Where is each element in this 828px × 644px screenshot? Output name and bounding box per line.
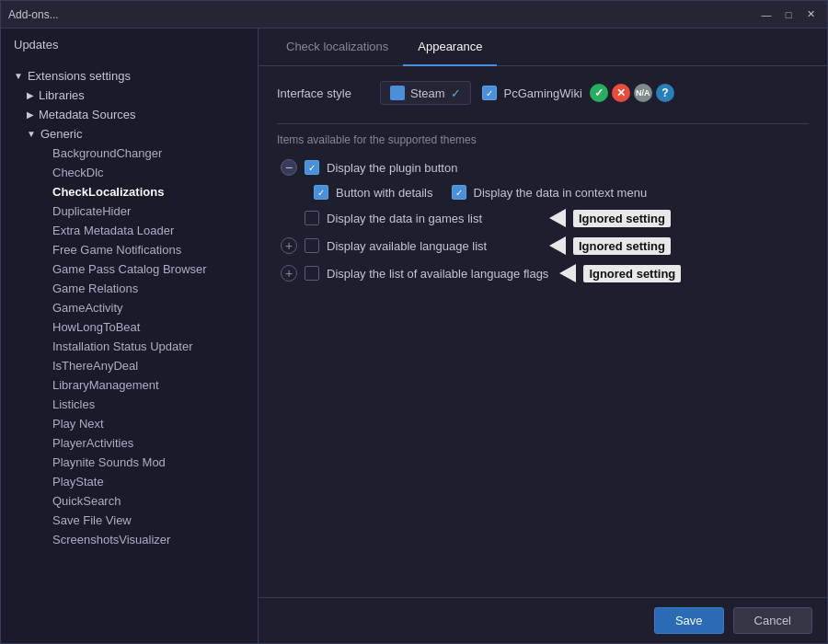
libraries-header[interactable]: ▶ Libraries [27,86,245,105]
generic-arrow-icon: ▼ [27,129,36,139]
metadata-arrow-icon: ▶ [27,109,34,120]
checkbox-games-list[interactable] [305,211,319,225]
button-details-option: ✓ Button with details [314,185,433,200]
pcgw-icon-na: N/A [634,84,652,102]
button-details-label: Button with details [336,186,433,200]
language-flags-option: + Display the list of available language… [281,265,548,282]
sidebar-item-checkdlc[interactable]: CheckDlc [40,163,245,182]
sidebar-item-gamepass[interactable]: Game Pass Catalog Browser [40,259,245,279]
sidebar-item-howlongtobeat[interactable]: HowLongToBeat [40,317,245,337]
sidebar-item-gamerelations[interactable]: Game Relations [40,279,245,298]
pcgw-icon-green: ✓ [590,84,608,102]
expand-button-language[interactable]: + [281,237,297,254]
checkbox-language-flags[interactable] [305,266,319,281]
arrow-shape-3 [559,264,576,282]
language-list-row: + Display available language list Ignore… [277,236,809,255]
interface-style-row: Interface style Steam ✓ ✓ PcGamingWiki ✓… [277,81,809,105]
section-title: Items available for the supported themes [277,133,809,146]
ignored-text-2: Ignored setting [573,237,671,255]
sidebar-item-listicles[interactable]: Listicles [40,395,245,414]
sidebar-item-playnext[interactable]: Play Next [40,414,245,433]
pcgw-icon-red: ✕ [612,84,630,102]
arrow-icon-language-list [549,236,566,255]
section-divider: Items available for the supported themes [277,123,809,146]
generic-label: Generic [40,127,83,141]
main-panel: Check localizations Appearance Interface… [259,29,827,643]
sidebar-item-playeractivities[interactable]: PlayerActivities [40,433,245,453]
extensions-header-label: Extensions settings [28,69,131,83]
arrow-shape-2 [549,236,566,255]
tab-bar: Check localizations Appearance [259,29,827,66]
games-list-row: Display the data in games list Ignored s… [277,209,809,227]
minimize-button[interactable]: — [757,6,776,23]
checkbox-plugin-button[interactable]: ✓ [305,160,319,175]
steam-color-swatch [390,86,405,100]
maximize-button[interactable]: □ [779,6,798,23]
metadata-header[interactable]: ▶ Metadata Sources [27,105,245,124]
games-list-label: Display the data in games list [327,212,482,225]
sidebar-item-updates[interactable]: Updates [1,29,258,61]
sidebar-item-librarymanagement[interactable]: LibraryManagement [40,375,245,395]
tab-check-localizations[interactable]: Check localizations [271,29,403,66]
two-col-options: ✓ Button with details ✓ Display the data… [314,185,647,200]
sidebar-item-quicksearch[interactable]: QuickSearch [40,491,245,511]
cancel-button[interactable]: Cancel [733,607,812,634]
arrow-shape-1 [549,209,566,227]
ignored-arrow-language-list: Ignored setting [549,236,671,255]
steam-style-option[interactable]: Steam ✓ [380,81,471,105]
ignored-arrow-games-list: Ignored setting [549,209,671,227]
expand-button-flags[interactable]: + [281,265,297,282]
generic-header[interactable]: ▼ Generic [27,124,245,144]
pcgw-icons: ✓ ✕ N/A ? [590,84,674,102]
plugin-button-label: Display the plugin button [327,161,457,175]
libraries-subsection: ▶ Libraries ▶ Metadata Sources ▼ Generic… [14,86,245,549]
content-area: Updates ▼ Extensions settings ▶ Librarie… [1,29,827,643]
plugin-button-row: − ✓ Display the plugin button [277,159,809,176]
pcgw-checkbox[interactable]: ✓ [482,86,497,100]
window-controls: — □ ✕ [757,6,820,23]
sidebar-item-duplicatehider[interactable]: DuplicateHider [40,201,245,221]
close-button[interactable]: ✕ [801,6,820,23]
sidebar-item-playnite-sounds[interactable]: Playnite Sounds Mod [40,453,245,472]
sub-options-row: ✓ Button with details ✓ Display the data… [277,185,809,200]
sidebar-item-isthereany[interactable]: IsThereAnyDeal [40,356,245,375]
metadata-label: Metadata Sources [39,108,136,121]
save-button[interactable]: Save [654,607,724,634]
sidebar-item-savefileview[interactable]: Save File View [40,511,245,530]
sidebar-item-freegame[interactable]: Free Game Notifications [40,240,245,259]
steam-label: Steam [410,86,445,100]
sidebar-item-gameactivity[interactable]: GameActivity [40,298,245,317]
checkbox-button-details[interactable]: ✓ [314,185,328,200]
extensions-header[interactable]: ▼ Extensions settings [14,66,245,86]
generic-items: BackgroundChanger CheckDlc CheckLocaliza… [27,144,245,549]
sidebar-item-playstate[interactable]: PlayState [40,472,245,491]
tab-appearance[interactable]: Appearance [403,29,497,66]
window-title: Add-ons... [8,8,59,21]
sidebar-item-checklocalizations[interactable]: CheckLocalizations [40,182,245,201]
pcgw-option: ✓ PcGamingWiki ✓ ✕ N/A ? [482,84,674,102]
sidebar-item-backgroundchanger[interactable]: BackgroundChanger [40,144,245,163]
panel-content: Interface style Steam ✓ ✓ PcGamingWiki ✓… [259,66,827,597]
libraries-arrow-icon: ▶ [27,90,34,100]
language-list-option: + Display available language list [281,237,538,254]
arrow-icon-flags [559,264,576,282]
steam-checkmark-icon: ✓ [451,86,461,100]
sidebar-item-installationstatus[interactable]: Installation Status Updater [40,337,245,356]
language-flags-label: Display the list of available language f… [327,267,548,281]
language-list-label: Display available language list [327,239,487,253]
language-flags-row: + Display the list of available language… [277,264,809,282]
window: Add-ons... — □ ✕ Updates ▼ Extensions se… [0,0,828,644]
ignored-text-1: Ignored setting [573,210,671,227]
bottom-bar: Save Cancel [259,597,827,643]
ignored-text-3: Ignored setting [583,265,681,282]
ignored-arrow-flags: Ignored setting [559,264,681,282]
sidebar-item-screenshots[interactable]: ScreenshotsVisualizer [40,530,245,549]
extensions-section: ▼ Extensions settings ▶ Libraries ▶ Meta… [1,61,258,553]
display-context-menu-option: ✓ Display the data in context menu [452,185,648,200]
checkbox-context-menu[interactable]: ✓ [452,185,466,200]
checkbox-language-list[interactable] [305,238,319,253]
sidebar-item-extrametadata[interactable]: Extra Metadata Loader [40,221,245,240]
collapse-button-plugin[interactable]: − [281,159,297,176]
extensions-arrow-icon: ▼ [14,71,23,81]
games-list-option: Display the data in games list [281,211,538,225]
